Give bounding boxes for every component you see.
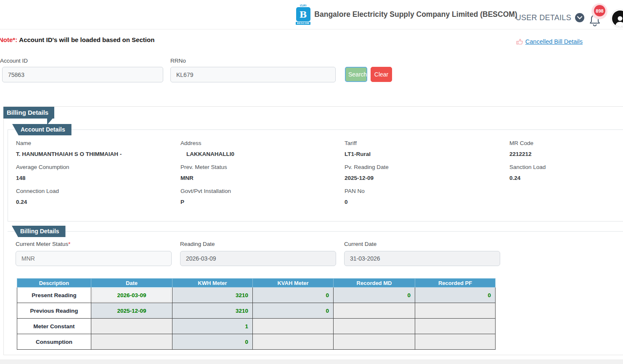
note-row: Note*: Account ID's will be loaded based… (0, 36, 154, 43)
current-meter-status-label: Current Meter Status (16, 241, 68, 247)
current-date-label: Current Date (344, 241, 623, 247)
logo-caption: BESCOM (296, 22, 310, 25)
row-description: Previous Reading (17, 303, 91, 319)
col-recorded-md: Recorded MD (334, 279, 415, 288)
col-kwh-meter: KWH Meter (172, 279, 253, 288)
meter-readings-table: Description Date KWH Meter KVAH Meter Re… (17, 278, 496, 350)
cell-recorded-md (334, 319, 415, 334)
cell-kwh: 1 (172, 319, 253, 334)
row-description: Consumption (17, 334, 91, 350)
account-id-label: Account ID (0, 58, 28, 64)
table-row: Present Reading2026-03-093210000 (17, 288, 496, 303)
cell-date[interactable]: 2026-03-09 (91, 288, 172, 303)
notification-count-badge: 898 (594, 5, 605, 16)
field-name: Name T. HANUMANTHAIAH S O THIMMAIAH - (16, 136, 180, 160)
cell-kvah: 0 (253, 288, 334, 303)
current-meter-status-field: Current Meter Status* (16, 241, 180, 266)
cell-date: 2025-12-09 (91, 303, 172, 319)
cell-kwh: 3210 (172, 303, 253, 319)
cell-recorded-pf (415, 334, 496, 350)
tab-billing-details[interactable]: Billing Details (3, 107, 54, 119)
cell-kvah (253, 334, 334, 350)
col-kvah-meter: KVAH Meter (253, 279, 334, 288)
col-date: Date (91, 279, 172, 288)
table-row: Meter Constant1 (17, 319, 496, 334)
footer-strip (0, 359, 623, 364)
app-header: ಬೆವಿಕಂ B BESCOM Bangalore Electricity Su… (0, 0, 623, 29)
field-tariff: Tariff LT1-Rural (345, 136, 509, 160)
account-details-title: Account Details (12, 124, 72, 135)
cell-recorded-md (334, 303, 415, 319)
field-pv-reading-date: Pv. Reading Date 2025-12-09 (345, 160, 509, 184)
table-header-row: Description Date KWH Meter KVAH Meter Re… (17, 279, 496, 288)
note-prefix: Note*: (0, 36, 17, 43)
bescom-logo-icon[interactable]: ಬೆವಿಕಂ B BESCOM (296, 4, 310, 25)
cell-recorded-md: 0 (334, 288, 415, 303)
cancelled-bill-details[interactable]: Cancelled Bill Details (516, 38, 583, 45)
table-row: Previous Reading2025-12-0932100 (17, 303, 496, 319)
account-id-input[interactable] (2, 67, 163, 82)
current-date-field: Current Date (344, 241, 623, 266)
field-mr-code: MR Code 2212212 (509, 136, 623, 160)
chevron-down-icon[interactable] (575, 13, 584, 22)
thumbs-up-icon (516, 38, 523, 45)
org-title: Bangalore Electricity Supply Company Lim… (314, 10, 517, 19)
search-button[interactable]: Search (345, 67, 367, 82)
table-row: Consumption0 (17, 334, 496, 350)
meter-table-body: Present Reading2026-03-093210000Previous… (17, 288, 496, 350)
cancelled-bill-link[interactable]: Cancelled Bill Details (525, 38, 583, 45)
account-details-panel: Account Details Name T. HANUMANTHAIAH S … (8, 129, 623, 222)
field-govt-pvt-installation: Govt/Pvt Installation P (180, 184, 345, 208)
cell-recorded-pf: 0 (415, 288, 496, 303)
cell-recorded-md (334, 334, 415, 350)
cell-date (91, 319, 172, 334)
cell-date (91, 334, 172, 350)
logo-letter: B (296, 7, 310, 21)
cell-recorded-pf (415, 319, 496, 334)
row-description: Present Reading (17, 288, 91, 303)
billing-details-grid: Current Meter Status* Reading Date Curre… (8, 232, 623, 266)
current-date-input[interactable] (344, 251, 500, 266)
billing-details-title: Billing Details (12, 226, 66, 237)
clear-button[interactable]: Clear (371, 67, 392, 82)
reading-date-input[interactable] (180, 251, 336, 266)
cell-kwh: 0 (172, 334, 253, 350)
rrno-input[interactable] (170, 67, 336, 82)
user-details-menu[interactable]: USER DETAILS (516, 13, 584, 22)
cell-kvah: 0 (253, 303, 334, 319)
field-empty (509, 184, 623, 208)
field-sanction-load: Sanction Load 0.24 (509, 160, 623, 184)
brand: ಬೆವಿಕಂ B BESCOM Bangalore Electricity Su… (296, 4, 517, 25)
field-connection-load: Connection Load 0.24 (16, 184, 180, 208)
user-avatar[interactable] (610, 9, 623, 28)
reading-date-field: Reading Date (180, 241, 344, 266)
user-details-label: USER DETAILS (516, 13, 571, 22)
cell-kwh: 3210 (172, 288, 253, 303)
note-text: Account ID's will be loaded based on Sec… (19, 36, 154, 43)
field-prev-meter-status: Prev. Meter Status MNR (180, 160, 345, 184)
row-description: Meter Constant (17, 319, 91, 334)
cell-kvah (253, 319, 334, 334)
reading-date-label: Reading Date (180, 241, 344, 247)
account-details-grid: Name T. HANUMANTHAIAH S O THIMMAIAH - Ad… (8, 130, 623, 208)
col-description: Description (17, 279, 91, 288)
field-average-consumption: Average Conumption 148 (16, 160, 180, 184)
col-recorded-pf: Recorded PF (415, 279, 496, 288)
cell-recorded-pf (415, 303, 496, 319)
logo-kannada-text: ಬೆವಿಕಂ (300, 4, 307, 7)
field-pan-no: PAN No 0 (345, 184, 509, 208)
current-meter-status-input[interactable] (16, 251, 172, 266)
person-icon (612, 11, 623, 26)
notifications-button[interactable]: 898 (588, 11, 605, 28)
rrno-label: RRNo (170, 58, 186, 64)
required-asterisk: * (68, 241, 70, 247)
field-address: Address LAKKANAHALLI0 (180, 136, 345, 160)
